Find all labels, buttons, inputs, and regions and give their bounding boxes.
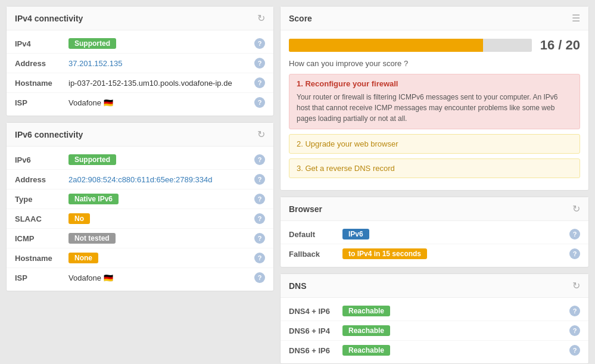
browser-refresh-icon[interactable]: ↻ — [572, 203, 580, 214]
score-tip-2-title: 2. Upgrade your web browser — [297, 139, 572, 148]
ipv4-isp-label: ISP — [15, 98, 68, 107]
ipv6-type-help[interactable]: ? — [254, 194, 265, 204]
table-row: Default IPv6 ? — [281, 225, 588, 244]
ipv6-icmp-badge: Not tested — [68, 233, 116, 244]
ipv4-address-help[interactable]: ? — [254, 58, 265, 69]
ipv6-ipv6-label: IPv6 — [15, 155, 68, 164]
score-tip-3: 3. Get a reverse DNS record — [289, 158, 580, 178]
ipv6-hostname-badge: None — [68, 253, 98, 263]
ipv6-supported-badge: Supported — [68, 154, 116, 165]
dns-dns6ip6-label: DNS6 + IP6 — [289, 346, 342, 355]
dns-dns6ip6-value: Reachable — [342, 345, 569, 356]
ipv6-address-help[interactable]: ? — [254, 174, 265, 185]
browser-card: Browser ↻ Default IPv6 ? Fallback to IPv… — [280, 197, 589, 267]
ipv6-ipv6-help[interactable]: ? — [254, 154, 265, 165]
dns-dns4ip6-badge: Reachable — [342, 306, 390, 316]
table-row: ISP Vodafone 🇩🇪 ? — [7, 93, 273, 112]
table-row: IPv6 Supported ? — [7, 150, 273, 170]
dns-dns4ip6-label: DNS4 + IP6 — [289, 307, 342, 316]
ipv6-slaac-badge: No — [68, 213, 90, 224]
score-tip-1: 1. Reconfigure your firewall Your router… — [289, 74, 580, 129]
ipv4-header: IPv4 connectivity ↻ — [7, 7, 273, 30]
score-header: Score ☰ — [281, 7, 588, 30]
ipv4-ipv4-label: IPv4 — [15, 39, 68, 48]
score-bar-background — [289, 39, 532, 52]
dns-dns6ip6-badge: Reachable — [342, 345, 390, 356]
table-row: ICMP Not tested ? — [7, 229, 273, 248]
ipv6-hostname-label: Hostname — [15, 254, 68, 263]
table-row: DNS6 + IP6 Reachable ? — [281, 341, 588, 360]
table-row: DNS4 + IP6 Reachable ? — [281, 301, 588, 321]
score-tip-1-title: 1. Reconfigure your firewall — [297, 79, 572, 88]
score-body: 16 / 20 How can you improve your score ?… — [281, 30, 588, 190]
score-number: 16 / 20 — [540, 38, 580, 53]
ipv6-isp-label: ISP — [15, 273, 68, 282]
table-row: Hostname ip-037-201-152-135.um10.pools.v… — [7, 73, 273, 93]
ipv4-isp-help[interactable]: ? — [254, 97, 265, 108]
ipv6-isp-help[interactable]: ? — [254, 272, 265, 283]
dns-dns6ip4-value: Reachable — [342, 325, 569, 336]
ipv6-refresh-icon[interactable]: ↻ — [257, 129, 265, 140]
browser-header: Browser ↻ — [281, 197, 588, 221]
ipv6-address-value: 2a02:908:524:c880:611d:65ee:2789:334d — [68, 175, 254, 184]
browser-default-value: IPv6 — [342, 229, 569, 239]
ipv6-header: IPv6 connectivity ↻ — [7, 123, 273, 147]
score-bar-row: 16 / 20 — [289, 38, 580, 53]
browser-default-label: Default — [289, 230, 342, 239]
score-title: Score — [289, 14, 312, 23]
ipv4-refresh-icon[interactable]: ↻ — [257, 13, 265, 24]
ipv6-slaac-help[interactable]: ? — [254, 213, 265, 224]
score-improve-text: How can you improve your score ? — [289, 59, 580, 68]
ipv6-title: IPv6 connectivity — [15, 130, 83, 139]
table-row: Type Native IPv6 ? — [7, 189, 273, 209]
dns-header: DNS ↻ — [281, 274, 588, 298]
score-card: Score ☰ 16 / 20 How can you improve your… — [280, 6, 589, 191]
ipv6-card: IPv6 connectivity ↻ IPv6 Supported ? Add… — [6, 122, 274, 291]
score-list-icon[interactable]: ☰ — [572, 13, 580, 24]
ipv6-type-value: Native IPv6 — [68, 194, 254, 204]
score-tip-2: 2. Upgrade your web browser — [289, 134, 580, 154]
dns-card: DNS ↻ DNS4 + IP6 Reachable ? DNS6 + IP4 … — [280, 273, 589, 364]
dns-refresh-icon[interactable]: ↻ — [572, 280, 580, 291]
dns-dns6ip6-help[interactable]: ? — [569, 345, 580, 356]
ipv4-card: IPv4 connectivity ↻ IPv4 Supported ? Add… — [6, 6, 274, 116]
table-row: IPv4 Supported ? — [7, 34, 273, 54]
table-row: Fallback to IPv4 in 15 seconds ? — [281, 244, 588, 263]
ipv6-hostname-help[interactable]: ? — [254, 253, 265, 263]
ipv4-ipv4-value: Supported — [68, 38, 254, 49]
table-row: Hostname None ? — [7, 248, 273, 268]
ipv6-isp-value: Vodafone 🇩🇪 — [68, 273, 254, 282]
table-row: SLAAC No ? — [7, 209, 273, 229]
score-tip-3-title: 3. Get a reverse DNS record — [297, 164, 572, 173]
ipv4-hostname-help[interactable]: ? — [254, 77, 265, 88]
table-row: Address 37.201.152.135 ? — [7, 54, 273, 73]
dns-dns4ip6-help[interactable]: ? — [569, 306, 580, 316]
ipv6-hostname-value: None — [68, 253, 254, 263]
table-row: Address 2a02:908:524:c880:611d:65ee:2789… — [7, 170, 273, 189]
browser-default-help[interactable]: ? — [569, 229, 580, 239]
table-row: ISP Vodafone 🇩🇪 ? — [7, 268, 273, 287]
score-bar-fill — [289, 39, 483, 52]
ipv6-address-link[interactable]: 2a02:908:524:c880:611d:65ee:2789:334d — [68, 175, 212, 184]
dns-body: DNS4 + IP6 Reachable ? DNS6 + IP4 Reacha… — [281, 298, 588, 363]
ipv4-address-link[interactable]: 37.201.152.135 — [68, 59, 122, 68]
ipv4-title: IPv4 connectivity — [15, 14, 83, 23]
browser-title: Browser — [289, 204, 322, 214]
ipv4-isp-value: Vodafone 🇩🇪 — [68, 98, 254, 107]
ipv6-icmp-help[interactable]: ? — [254, 233, 265, 244]
browser-fallback-help[interactable]: ? — [569, 248, 580, 259]
dns-dns6ip4-help[interactable]: ? — [569, 325, 580, 336]
dns-dns6ip4-label: DNS6 + IP4 — [289, 326, 342, 335]
dns-dns6ip4-badge: Reachable — [342, 325, 390, 336]
browser-fallback-value: to IPv4 in 15 seconds — [342, 248, 569, 259]
ipv6-icmp-label: ICMP — [15, 234, 68, 243]
browser-fallback-badge: to IPv4 in 15 seconds — [342, 248, 427, 259]
ipv6-slaac-label: SLAAC — [15, 214, 68, 223]
ipv4-address-label: Address — [15, 59, 68, 68]
ipv6-type-label: Type — [15, 195, 68, 204]
ipv6-address-label: Address — [15, 175, 68, 184]
ipv4-ipv4-help[interactable]: ? — [254, 38, 265, 49]
ipv4-supported-badge: Supported — [68, 38, 116, 49]
ipv4-address-value: 37.201.152.135 — [68, 59, 254, 68]
ipv6-slaac-value: No — [68, 213, 254, 224]
